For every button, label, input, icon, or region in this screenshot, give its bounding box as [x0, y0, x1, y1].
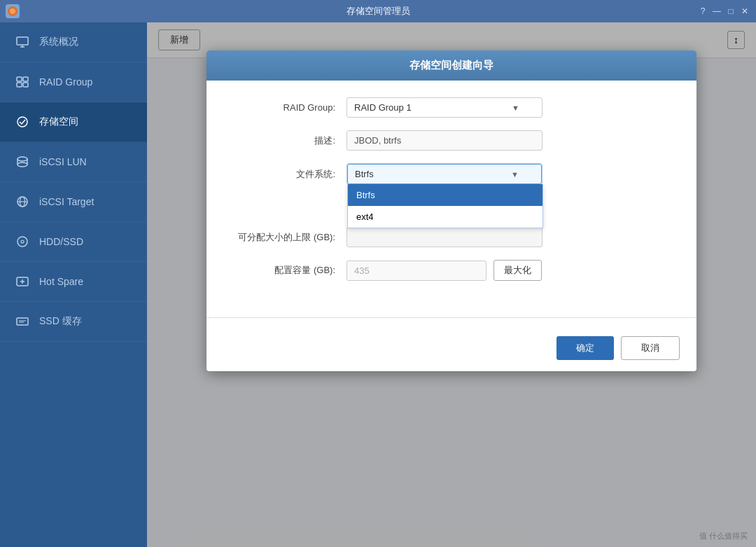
filesystem-select[interactable]: Btrfs ▼ Btrfs ext4 [346, 163, 542, 185]
raid-icon [14, 74, 31, 90]
sidebar-item-ssd-cache[interactable]: SSD 缓存 [0, 302, 147, 342]
dropdown-item-ext4[interactable]: ext4 [348, 206, 542, 228]
create-storage-dialog: 存储空间创建向导 RAID Group: RAID Group 1 ▼ [206, 50, 696, 371]
ssd-icon [14, 313, 31, 330]
svg-rect-5 [17, 77, 22, 81]
content-area: 新增 ↕ 存储空间创建向导 RAID Group: RAID Gro [147, 22, 756, 547]
ok-button[interactable]: 确定 [556, 336, 614, 360]
svg-point-16 [21, 240, 24, 243]
globe-icon [14, 193, 31, 210]
filesystem-label: 文件系统: [234, 163, 346, 181]
sidebar-item-iscsi-target[interactable]: iSCSI Target [0, 182, 147, 222]
sidebar-label-storage: 存储空间 [39, 116, 78, 128]
dialog-footer: 确定 取消 [206, 325, 696, 371]
title-bar: 存储空间管理员 ? — □ ✕ [0, 0, 756, 22]
max-size-control [346, 227, 668, 247]
description-control [346, 130, 668, 151]
plus-circle-icon [14, 273, 31, 290]
sidebar-item-hdd[interactable]: HDD/SSD [0, 222, 147, 262]
capacity-input[interactable] [346, 261, 486, 281]
sidebar-label-ssd-cache: SSD 缓存 [39, 315, 82, 328]
raid-group-value: RAID Group 1 [354, 102, 412, 113]
description-label: 描述: [234, 134, 346, 147]
filesystem-select-display[interactable]: Btrfs ▼ [347, 164, 542, 184]
description-row: 描述: [234, 130, 668, 151]
sidebar-label-overview: 系统概况 [39, 36, 78, 48]
max-size-input[interactable] [346, 227, 542, 247]
option-btrfs: Btrfs [356, 190, 375, 200]
svg-rect-2 [17, 37, 28, 45]
main-layout: 系统概况 RAID Group 存储空间 [0, 22, 756, 547]
raid-group-row: RAID Group: RAID Group 1 ▼ [234, 97, 668, 118]
hdd-icon [14, 233, 31, 250]
sidebar-item-storage[interactable]: 存储空间 [0, 102, 147, 142]
monitor-icon [14, 34, 31, 50]
sidebar-label-raid: RAID Group [39, 76, 92, 88]
dialog-body: RAID Group: RAID Group 1 ▼ 描 [206, 81, 696, 310]
sidebar: 系统概况 RAID Group 存储空间 [0, 22, 147, 547]
cancel-button[interactable]: 取消 [621, 336, 680, 360]
raid-group-label: RAID Group: [234, 102, 346, 113]
raid-group-control: RAID Group 1 ▼ [346, 97, 668, 118]
sidebar-label-iscsi-target: iSCSI Target [39, 196, 94, 207]
sidebar-item-iscsi-lun[interactable]: iSCSI LUN [0, 142, 147, 182]
minimize-button[interactable]: — [711, 6, 722, 17]
option-ext4: ext4 [356, 212, 374, 222]
filesystem-value: Btrfs [355, 169, 374, 179]
database-icon [14, 153, 31, 170]
capacity-control: 最大化 [346, 260, 668, 281]
sidebar-item-overview[interactable]: 系统概况 [0, 22, 147, 62]
sidebar-label-hot-spare: Hot Spare [39, 276, 83, 287]
filesystem-control: Btrfs ▼ Btrfs ext4 [346, 163, 668, 185]
svg-rect-6 [23, 77, 28, 81]
chevron-down-icon: ▼ [512, 104, 519, 112]
storage-icon [14, 113, 31, 130]
help-button[interactable]: ? [697, 6, 708, 17]
svg-point-11 [18, 162, 27, 167]
svg-point-15 [18, 237, 27, 247]
dialog-title: 存储空间创建向导 [410, 59, 493, 71]
raid-group-select-display[interactable]: RAID Group 1 ▼ [346, 97, 542, 118]
max-size-label: 可分配大小的上限 (GB): [234, 231, 346, 244]
svg-point-9 [18, 117, 27, 127]
sidebar-item-raid[interactable]: RAID Group [0, 62, 147, 102]
filesystem-dropdown-list: Btrfs ext4 [347, 184, 543, 228]
dropdown-item-btrfs[interactable]: Btrfs [348, 184, 542, 206]
capacity-row: 配置容量 (GB): 最大化 [234, 260, 668, 281]
svg-rect-8 [23, 83, 28, 87]
maximize-button[interactable]: 最大化 [493, 260, 542, 281]
app-icon [6, 4, 20, 18]
sidebar-label-iscsi-lun: iSCSI LUN [39, 156, 87, 167]
max-size-row: 可分配大小的上限 (GB): [234, 227, 668, 247]
close-button[interactable]: ✕ [739, 6, 750, 17]
filesystem-row: 文件系统: Btrfs ▼ Btrfs [234, 163, 668, 185]
raid-group-select[interactable]: RAID Group 1 ▼ [346, 97, 542, 118]
dialog-divider [206, 317, 696, 318]
svg-point-10 [18, 157, 27, 161]
window-controls: ? — □ ✕ [697, 6, 750, 17]
svg-rect-20 [17, 318, 28, 325]
maximize-button[interactable]: □ [725, 6, 736, 17]
chevron-down-icon: ▼ [511, 170, 519, 179]
dialog-overlay: 存储空间创建向导 RAID Group: RAID Group 1 ▼ [147, 22, 756, 547]
dialog-header: 存储空间创建向导 [206, 50, 696, 81]
app-title: 存储空间管理员 [346, 5, 410, 18]
sidebar-label-hdd: HDD/SSD [39, 236, 83, 247]
description-input[interactable] [346, 130, 542, 151]
capacity-label: 配置容量 (GB): [234, 264, 346, 277]
sidebar-item-hot-spare[interactable]: Hot Spare [0, 262, 147, 302]
svg-point-1 [10, 8, 15, 14]
svg-rect-7 [17, 83, 22, 87]
